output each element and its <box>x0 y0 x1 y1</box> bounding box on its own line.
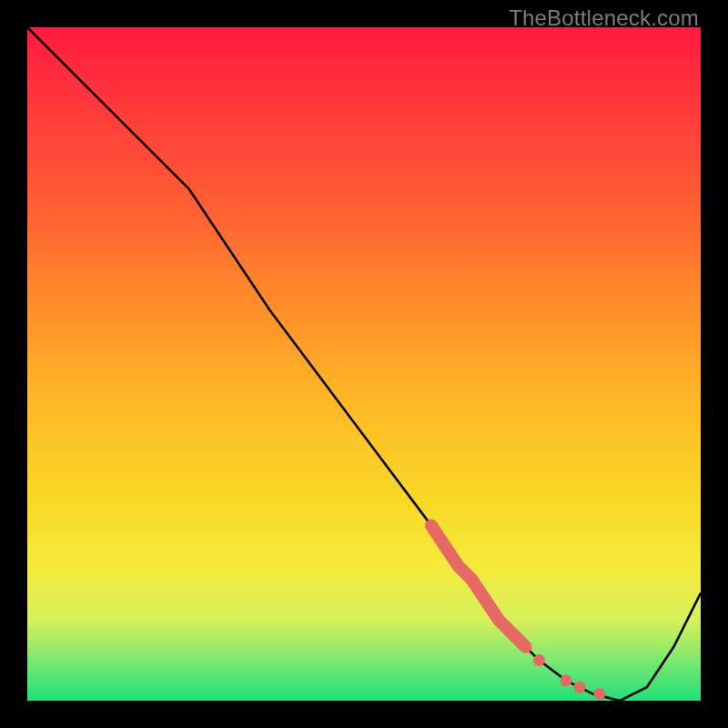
curve-marker <box>594 688 606 700</box>
curve-marker <box>533 654 545 666</box>
chart-frame: TheBottleneck.com <box>0 0 728 728</box>
curve-line <box>27 27 701 701</box>
watermark-text: TheBottleneck.com <box>509 5 699 31</box>
chart-overlay <box>27 27 701 701</box>
curve-highlight <box>431 526 526 647</box>
curve-marker <box>573 682 585 693</box>
curve-markers <box>533 654 606 700</box>
curve-marker <box>561 674 572 686</box>
bottleneck-curve <box>27 27 701 701</box>
